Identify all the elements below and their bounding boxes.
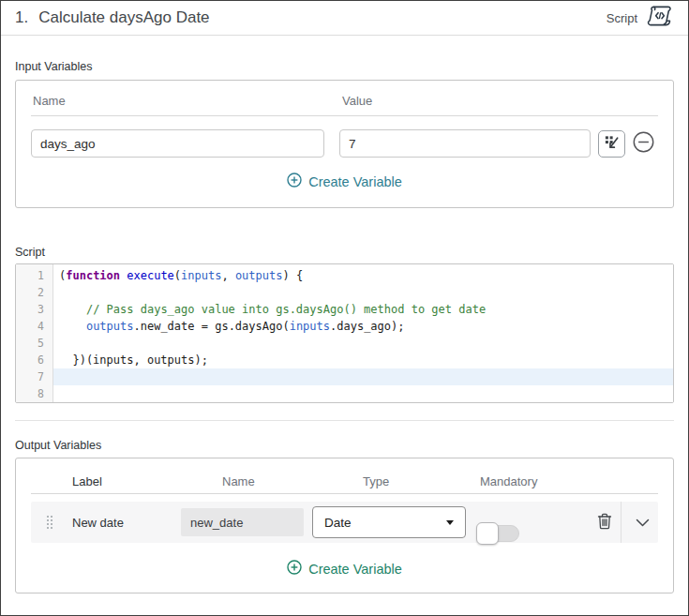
column-header-mandatory: Mandatory — [476, 474, 589, 488]
line-number-gutter: 12345678 — [16, 264, 53, 402]
variable-name-input[interactable] — [31, 129, 324, 158]
script-section-label: Script — [15, 246, 674, 259]
line-number: 5 — [16, 335, 52, 352]
chevron-down-icon — [446, 520, 454, 525]
code-line[interactable]: (function execute(inputs, outputs) { — [53, 267, 673, 284]
step-header: 1. Calculate daysAgo Date Script — [1, 1, 688, 36]
create-input-variable-button[interactable]: Create Variable — [287, 173, 402, 190]
drag-handle[interactable] — [31, 516, 68, 529]
line-number: 1 — [16, 267, 52, 284]
delete-variable-button[interactable] — [589, 502, 621, 543]
output-variable-row: New date Date — [31, 502, 658, 543]
input-variables-label: Input Variables — [15, 60, 674, 73]
variable-value-input[interactable] — [339, 129, 591, 158]
chevron-down-icon — [636, 516, 650, 530]
code-line[interactable]: // Pass days_ago value into gs.daysAgo()… — [53, 301, 673, 318]
type-select[interactable]: Date — [312, 506, 466, 538]
data-pill-picker-button[interactable] — [598, 130, 625, 158]
code-line[interactable]: })(inputs, outputs); — [53, 352, 673, 368]
output-variable-name-field[interactable] — [181, 508, 304, 536]
output-variable-label-text: New date — [68, 516, 181, 530]
data-pill-picker-icon — [604, 134, 620, 153]
code-line[interactable] — [53, 284, 673, 301]
script-code-editor[interactable]: 12345678 (function execute(inputs, outpu… — [15, 263, 674, 403]
step-number: 1. — [15, 8, 28, 27]
script-scroll-code-icon — [646, 5, 673, 32]
create-variable-label: Create Variable — [308, 174, 402, 189]
output-variables-panel: Label Name Type Mandatory New date Date — [15, 458, 674, 593]
remove-row-button[interactable] — [632, 130, 655, 157]
column-header-name: Name — [33, 94, 66, 108]
line-number: 2 — [16, 284, 52, 301]
code-line[interactable] — [53, 385, 673, 402]
type-select-value: Date — [324, 516, 352, 530]
line-number: 8 — [16, 385, 52, 402]
code-line[interactable] — [53, 368, 673, 385]
code-area[interactable]: (function execute(inputs, outputs) { // … — [53, 264, 673, 402]
output-variables-column-headers: Label Name Type Mandatory — [31, 470, 658, 494]
code-line[interactable]: outputs.new_date = gs.daysAgo(inputs.day… — [53, 318, 673, 335]
line-number: 4 — [16, 318, 52, 335]
input-variables-column-headers: Name Value — [31, 94, 658, 116]
input-variables-panel: Name Value — [15, 80, 674, 208]
line-number: 3 — [16, 301, 52, 318]
step-title: 1. Calculate daysAgo Date — [15, 8, 210, 27]
line-number: 7 — [16, 368, 52, 385]
input-variable-row — [31, 129, 658, 158]
step-type-label: Script — [607, 11, 637, 25]
section-divider — [15, 420, 674, 421]
step-title-text: Calculate daysAgo Date — [38, 8, 209, 27]
script-step-panel: 1. Calculate daysAgo Date Script Input V… — [0, 0, 689, 616]
plus-circle-icon — [287, 173, 302, 190]
minus-circle-icon — [632, 130, 655, 157]
output-variables-label: Output Variables — [15, 439, 674, 452]
plus-circle-icon — [287, 560, 302, 578]
column-header-name: Name — [181, 474, 312, 488]
column-header-value: Value — [342, 94, 372, 108]
create-output-variable-button[interactable]: Create Variable — [287, 560, 402, 578]
code-line[interactable] — [53, 335, 673, 352]
drag-handle-icon — [47, 516, 52, 529]
trash-icon — [597, 513, 612, 533]
column-header-label: Label — [68, 474, 181, 488]
create-variable-label: Create Variable — [308, 562, 402, 577]
line-number: 6 — [16, 352, 52, 368]
column-header-type: Type — [312, 474, 476, 488]
expand-row-button[interactable] — [622, 502, 663, 543]
